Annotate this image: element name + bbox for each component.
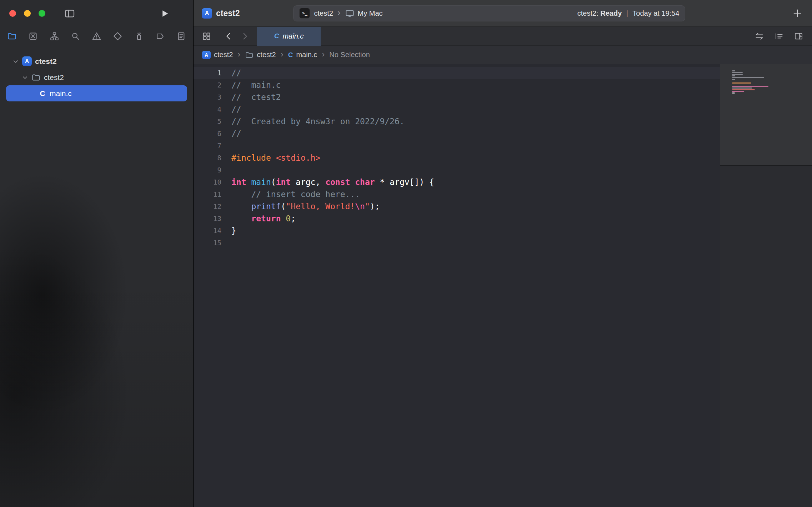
- tree-item-label: ctest2: [44, 73, 64, 82]
- disclosure-chevron-icon[interactable]: [21, 73, 29, 82]
- breadcrumb-segment[interactable]: ctest2: [214, 51, 233, 59]
- token-keyword: int: [231, 177, 246, 187]
- minimap-line: [732, 92, 735, 94]
- token-plain: argc,: [291, 177, 325, 187]
- code-line-10[interactable]: 10int main(int argc, const char * argv[]…: [194, 176, 720, 188]
- token-comment: //: [231, 129, 241, 138]
- back-chevron-icon[interactable]: [224, 31, 234, 41]
- adjust-editor-icon[interactable]: [774, 31, 784, 41]
- library-plus-icon[interactable]: [792, 8, 803, 19]
- breadcrumb-segment[interactable]: ctest2: [257, 51, 276, 59]
- minimap-line: [732, 82, 751, 84]
- status-project: ctest2:: [577, 9, 598, 17]
- code-text: // ctest2: [231, 91, 281, 103]
- tab-bar: C main.c: [194, 27, 812, 46]
- code-text: #include <stdio.h>: [231, 152, 320, 164]
- test-navigator-icon[interactable]: [113, 31, 122, 41]
- tree-item-label: ctest2: [35, 57, 57, 66]
- scheme-destination[interactable]: My Mac: [358, 9, 383, 17]
- code-line-4[interactable]: 4//: [194, 103, 720, 115]
- code-line-3[interactable]: 3// ctest2: [194, 91, 720, 103]
- token-plain: [231, 190, 251, 199]
- token-string: <stdio.h>: [276, 153, 321, 162]
- token-comment: //: [231, 105, 241, 114]
- scheme-target[interactable]: ctest2: [314, 9, 333, 17]
- zoom-button[interactable]: [39, 10, 45, 17]
- code-line-7[interactable]: 7: [194, 140, 720, 152]
- token-plain: [350, 177, 355, 187]
- code-text: // main.c: [231, 79, 281, 91]
- navigator-icon-bar: [0, 27, 193, 46]
- code-line-8[interactable]: 8#include <stdio.h>: [194, 152, 720, 164]
- token-keyword: int: [276, 177, 291, 187]
- code-line-12[interactable]: 12 printf("Hello, World!\n");: [194, 200, 720, 212]
- source-control-navigator-icon[interactable]: [28, 31, 38, 41]
- report-navigator-icon[interactable]: [176, 31, 186, 41]
- scheme-target-icon: >_: [299, 8, 310, 19]
- code-review-icon[interactable]: [755, 31, 764, 41]
- issue-navigator-icon[interactable]: [92, 31, 101, 41]
- code-line-9[interactable]: 9: [194, 164, 720, 176]
- navigator-sidebar: Actest2ctest2Cmain.c: [0, 0, 194, 507]
- code-line-13[interactable]: 13 return 0;: [194, 212, 720, 225]
- code-text: // insert code here...: [231, 188, 360, 200]
- line-number: 12: [194, 200, 221, 212]
- token-func-def: main: [251, 177, 271, 187]
- editor-controls: [755, 31, 803, 41]
- line-number: 14: [194, 225, 221, 237]
- line-number: 7: [194, 140, 221, 152]
- token-keyword: char: [355, 177, 375, 187]
- code-line-5[interactable]: 5// Created by 4nsw3r on 2022/9/26.: [194, 115, 720, 127]
- code-line-15[interactable]: 15: [194, 237, 720, 249]
- close-button[interactable]: [9, 10, 16, 17]
- tabbar-divider: [218, 31, 218, 41]
- minimap-line: [732, 77, 764, 78]
- code-line-1[interactable]: 1//: [194, 67, 720, 79]
- breakpoint-navigator-icon[interactable]: [155, 31, 165, 41]
- window-title: ctest2: [216, 9, 240, 18]
- status-text: ctest2: Ready | Today at 19:54: [577, 9, 680, 17]
- disclosure-chevron-icon[interactable]: [11, 57, 20, 66]
- symbol-navigator-icon[interactable]: [50, 31, 59, 41]
- tree-item-ctest2[interactable]: ctest2: [6, 69, 187, 85]
- code-text: }: [231, 225, 236, 237]
- toggle-sidebar-icon[interactable]: [64, 8, 75, 19]
- c-file-icon: C: [39, 89, 46, 98]
- token-plain: [271, 153, 276, 162]
- token-plain: }: [231, 226, 236, 235]
- minimap-line: [732, 79, 735, 80]
- code-line-14[interactable]: 14}: [194, 225, 720, 237]
- tree-item-label: main.c: [50, 89, 72, 98]
- minimap-line: [732, 74, 743, 75]
- minimap[interactable]: [720, 64, 812, 507]
- breadcrumb-segment[interactable]: No Selection: [329, 51, 370, 59]
- code-area[interactable]: 1//2// main.c3// ctest24//5// Created by…: [194, 64, 720, 507]
- tab-main-c[interactable]: C main.c: [257, 27, 321, 46]
- add-editor-icon[interactable]: [794, 31, 803, 41]
- scheme-chevron-icon: ›: [333, 8, 345, 17]
- project-icon: A: [202, 8, 212, 19]
- minimize-button[interactable]: [24, 10, 31, 17]
- forward-chevron-icon[interactable]: [240, 31, 250, 41]
- status-state: Ready: [600, 9, 622, 17]
- code-text: //: [231, 67, 241, 79]
- tree-item-ctest2[interactable]: Actest2: [6, 53, 187, 69]
- code-text: // Created by 4nsw3r on 2022/9/26.: [231, 115, 405, 127]
- code-line-11[interactable]: 11 // insert code here...: [194, 188, 720, 200]
- debug-navigator-icon[interactable]: [134, 31, 144, 41]
- project-navigator-icon[interactable]: [7, 31, 17, 41]
- code-line-2[interactable]: 2// main.c: [194, 79, 720, 91]
- minimap-line: [732, 75, 735, 76]
- tab-overview-icon[interactable]: [202, 31, 211, 41]
- sidebar-toolbar: [0, 0, 193, 27]
- find-navigator-icon[interactable]: [71, 31, 80, 41]
- run-button[interactable]: [160, 9, 170, 19]
- breadcrumb-segment[interactable]: main.c: [296, 51, 317, 59]
- code-line-6[interactable]: 6//: [194, 127, 720, 140]
- token-plain: [281, 214, 286, 223]
- file-tree: Actest2ctest2Cmain.c: [0, 46, 193, 101]
- tree-item-main-c[interactable]: Cmain.c: [6, 85, 187, 101]
- minimap-line: [732, 70, 735, 71]
- c-file-icon: C: [288, 51, 293, 59]
- line-number: 10: [194, 176, 221, 188]
